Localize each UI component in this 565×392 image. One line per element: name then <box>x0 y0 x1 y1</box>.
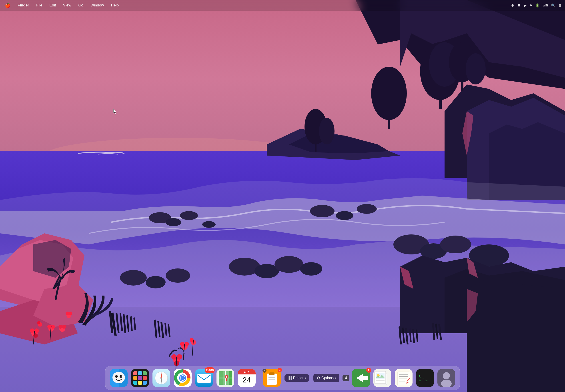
preview-icon <box>373 369 391 387</box>
dock: 2,408 <box>105 366 460 390</box>
svg-point-27 <box>34 328 39 333</box>
control-center-icon[interactable]: ⊞ <box>559 3 562 8</box>
finder-icon <box>110 369 127 387</box>
svg-text:24: 24 <box>243 376 251 384</box>
svg-point-44 <box>184 342 189 346</box>
launchpad-icon <box>131 369 149 387</box>
svg-rect-5 <box>439 96 442 109</box>
dock-item-terminal[interactable]: % _ ls -la <box>415 368 435 388</box>
svg-rect-112 <box>288 376 289 378</box>
mail-badge: 2,408 <box>205 367 215 373</box>
dock-item-launchpad[interactable] <box>130 368 150 388</box>
battery-icon[interactable]: 🔋 <box>535 3 540 8</box>
svg-point-37 <box>66 311 69 315</box>
svg-point-20 <box>357 204 377 214</box>
svg-rect-115 <box>290 378 291 380</box>
svg-point-40 <box>58 325 62 329</box>
go-menu[interactable]: Go <box>77 3 85 8</box>
svg-point-16 <box>180 211 198 220</box>
dock-item-mail[interactable]: 2,408 <box>194 368 214 388</box>
dock-item-options[interactable]: ⚙ Options ▾ <box>312 368 341 388</box>
apple-menu[interactable]: 🍎 <box>3 2 12 8</box>
svg-point-59 <box>146 276 166 288</box>
svg-point-60 <box>166 268 190 283</box>
svg-rect-77 <box>138 381 142 385</box>
dock-separator <box>259 370 259 386</box>
menubar-left: 🍎 Finder File Edit View Go Window Help <box>3 2 120 8</box>
window-menu[interactable]: Window <box>89 3 105 8</box>
play-icon[interactable]: ▶ <box>524 3 526 8</box>
svg-point-56 <box>274 256 303 273</box>
svg-text:% _: % _ <box>419 375 424 378</box>
svg-point-33 <box>37 321 40 324</box>
dock-item-textedit[interactable] <box>394 368 413 388</box>
dock-item-preview[interactable] <box>372 368 392 388</box>
extensions-icon[interactable]: ⚙ <box>511 3 514 8</box>
svg-point-51 <box>177 354 182 360</box>
svg-rect-113 <box>290 376 291 378</box>
clipboard-close[interactable]: ✕ <box>264 370 265 372</box>
svg-rect-71 <box>138 371 142 375</box>
svg-point-19 <box>336 211 353 220</box>
help-menu[interactable]: Help <box>110 3 120 8</box>
svg-point-68 <box>121 376 122 377</box>
svg-point-58 <box>120 270 147 286</box>
wifi-icon[interactable]: wifi <box>543 3 548 7</box>
wallpaper-scene <box>0 0 565 392</box>
svg-point-43 <box>180 342 184 346</box>
svg-point-23 <box>440 236 471 253</box>
chrome-icon <box>174 369 192 387</box>
dock-item-arrow[interactable]: 2 <box>351 368 371 388</box>
calendar-icon: AUG 24 <box>238 369 256 387</box>
svg-point-18 <box>310 205 335 217</box>
profile-icon <box>438 369 455 387</box>
svg-point-9 <box>371 67 407 120</box>
dock-item-maps[interactable] <box>216 368 235 388</box>
desktop: 🍎 Finder File Edit View Go Window Help ⚙… <box>0 0 565 392</box>
svg-point-26 <box>30 328 34 333</box>
file-menu[interactable]: File <box>35 3 43 8</box>
svg-point-140 <box>443 372 450 379</box>
number-badge: 4 <box>342 375 349 381</box>
dock-item-clipboard[interactable]: ● ✕ <box>262 368 282 388</box>
maps-icon <box>216 369 234 387</box>
dock-item-profile[interactable] <box>437 368 456 388</box>
svg-rect-114 <box>288 378 289 380</box>
search-icon[interactable]: 🔍 <box>551 3 555 8</box>
view-menu[interactable]: View <box>62 3 73 8</box>
options-label: Options <box>321 376 334 380</box>
safari-icon <box>153 369 170 387</box>
edit-menu[interactable]: Edit <box>48 3 57 8</box>
svg-rect-12 <box>315 143 316 152</box>
preset-label: Preset <box>293 376 303 380</box>
dock-item-number[interactable]: 4 <box>342 368 349 388</box>
dock-item-finder[interactable] <box>109 368 128 388</box>
stop-icon[interactable]: ⏹ <box>517 3 521 7</box>
menubar: 🍎 Finder File Edit View Go Window Help ⚙… <box>0 0 565 11</box>
svg-rect-128 <box>397 372 410 385</box>
svg-point-15 <box>166 218 181 226</box>
svg-point-100 <box>226 376 227 378</box>
svg-text:ls -la: ls -la <box>419 379 428 382</box>
dock-item-chrome[interactable] <box>173 368 193 388</box>
svg-rect-72 <box>143 371 147 375</box>
svg-rect-75 <box>143 376 147 380</box>
svg-text:AUG: AUG <box>244 371 249 374</box>
svg-point-13 <box>319 118 335 144</box>
terminal-icon: % _ ls -la <box>416 369 434 387</box>
svg-point-38 <box>69 311 72 315</box>
options-chevron: ▾ <box>335 377 336 379</box>
svg-point-90 <box>181 376 185 380</box>
dock-container: 2,408 <box>0 361 565 392</box>
menubar-right: ⚙ ⏹ ▶ A 🔋 wifi 🔍 ⊞ <box>511 3 562 8</box>
dock-item-safari[interactable] <box>152 368 171 388</box>
preset-icon <box>288 376 292 380</box>
svg-point-31 <box>51 325 55 329</box>
svg-rect-7 <box>461 80 464 91</box>
dock-item-calendar[interactable]: AUG 24 <box>237 368 256 388</box>
app-name-menu[interactable]: Finder <box>16 3 30 8</box>
dock-item-preset[interactable]: Preset ▾ <box>283 368 310 388</box>
font-icon[interactable]: A <box>530 3 532 7</box>
preset-chevron: ▾ <box>305 377 306 379</box>
svg-point-66 <box>120 375 122 378</box>
